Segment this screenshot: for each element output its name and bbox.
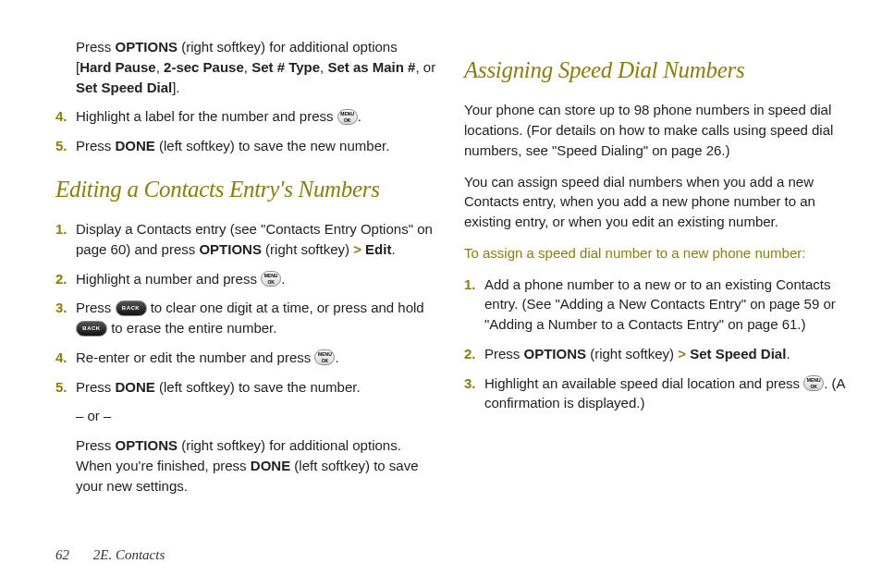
ok-key-icon: MENUOK: [314, 349, 335, 365]
assign-step-2: 2.Press OPTIONS (right softkey) > Set Sp…: [464, 344, 845, 364]
section-label: 2E. Contacts: [93, 547, 165, 562]
ok-key-icon: MENUOK: [261, 271, 281, 287]
step-4: 4.Highlight a label for the number and p…: [55, 106, 436, 127]
page-number: 62: [55, 547, 69, 562]
paragraph-1: Your phone can store up to 98 phone numb…: [464, 100, 845, 160]
edit-step-5: 5.Press DONE (left softkey) to save the …: [55, 377, 436, 398]
or-separator: – or –: [55, 406, 436, 426]
ok-key-icon: MENUOK: [337, 109, 358, 125]
paragraph-2: You can assign speed dial numbers when y…: [464, 172, 845, 232]
edit-step-3: 3.Press BACK to clear one digit at a tim…: [55, 298, 436, 338]
assign-step-3: 3.Highlight an available speed dial loca…: [464, 374, 845, 414]
heading-editing: Editing a Contacts Entry's Numbers: [55, 173, 436, 206]
right-column: Assigning Speed Dial Numbers Your phone …: [464, 37, 845, 505]
back-key-icon: BACK: [116, 300, 147, 316]
assign-step-1: 1.Add a phone number to a new or to an e…: [464, 275, 845, 335]
step-5: 5.Press DONE (left softkey) to save the …: [55, 136, 436, 156]
page-footer: 62 2E. Contacts: [55, 545, 165, 566]
back-key-icon: BACK: [76, 321, 107, 337]
ok-key-icon: MENUOK: [803, 375, 824, 391]
edit-step-2: 2.Highlight a number and press MENUOK.: [55, 269, 436, 289]
edit-step-4: 4.Re-enter or edit the number and press …: [55, 348, 436, 368]
options-intro: Press OPTIONS (right softkey) for additi…: [55, 37, 436, 97]
subheading: To assign a speed dial number to a new p…: [464, 243, 845, 263]
left-column: Press OPTIONS (right softkey) for additi…: [55, 37, 436, 505]
edit-step-1: 1.Display a Contacts entry (see "Contact…: [55, 219, 436, 260]
heading-assigning: Assigning Speed Dial Numbers: [464, 54, 845, 87]
edit-step-5-alt: Press OPTIONS (right softkey) for additi…: [55, 435, 436, 496]
